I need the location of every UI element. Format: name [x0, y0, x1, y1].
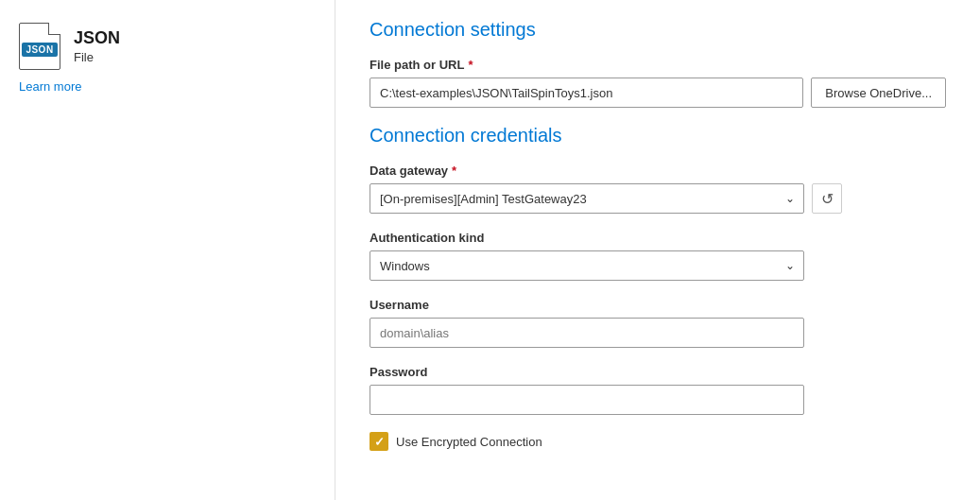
refresh-gateway-button[interactable]: ↺ — [812, 183, 842, 214]
connector-type: File — [74, 50, 120, 64]
auth-kind-label: Authentication kind — [370, 231, 946, 245]
file-path-input[interactable] — [370, 78, 803, 108]
file-path-label: File path or URL * — [370, 58, 946, 72]
data-gateway-select[interactable]: [On-premises][Admin] TestGateway23 — [370, 183, 804, 214]
file-path-required: * — [468, 58, 473, 72]
password-label: Password — [370, 365, 946, 379]
data-gateway-row: [On-premises][Admin] TestGateway23 ⌄ ↺ — [370, 183, 946, 214]
auth-kind-group: Authentication kind Windows ⌄ — [370, 231, 946, 281]
data-gateway-group: Data gateway * [On-premises][Admin] Test… — [370, 164, 946, 214]
connection-credentials-section: Connection credentials Data gateway * [O… — [370, 125, 946, 451]
data-gateway-required: * — [452, 164, 456, 178]
connector-name: JSON — [74, 28, 120, 48]
username-group: Username — [370, 298, 946, 348]
auth-kind-select[interactable]: Windows — [370, 250, 804, 281]
encrypted-connection-row: ✓ Use Encrypted Connection — [370, 432, 946, 451]
left-panel: JSON JSON File Learn more — [0, 0, 335, 500]
username-input[interactable] — [370, 318, 804, 348]
connector-title-group: JSON File — [74, 28, 120, 64]
password-group: Password — [370, 365, 946, 415]
connection-settings-title: Connection settings — [370, 19, 946, 41]
file-path-group: File path or URL * Browse OneDrive... — [370, 58, 946, 108]
file-path-row: Browse OneDrive... — [370, 78, 946, 108]
username-label: Username — [370, 298, 946, 312]
json-file-icon: JSON — [19, 23, 60, 70]
password-input[interactable] — [370, 385, 804, 415]
auth-kind-select-wrapper: Windows ⌄ — [370, 250, 804, 281]
checkmark-icon: ✓ — [374, 435, 385, 449]
connector-header: JSON JSON File — [19, 23, 316, 70]
right-panel: Connection settings File path or URL * B… — [335, 0, 980, 500]
data-gateway-label: Data gateway * — [370, 164, 946, 178]
use-encrypted-checkbox[interactable]: ✓ — [370, 432, 388, 451]
json-icon-label: JSON — [22, 43, 57, 57]
learn-more-link[interactable]: Learn more — [19, 79, 81, 94]
connection-credentials-title: Connection credentials — [370, 125, 946, 147]
data-gateway-select-wrapper: [On-premises][Admin] TestGateway23 ⌄ — [370, 183, 804, 214]
use-encrypted-label: Use Encrypted Connection — [396, 435, 542, 449]
browse-onedrive-button[interactable]: Browse OneDrive... — [811, 78, 946, 108]
